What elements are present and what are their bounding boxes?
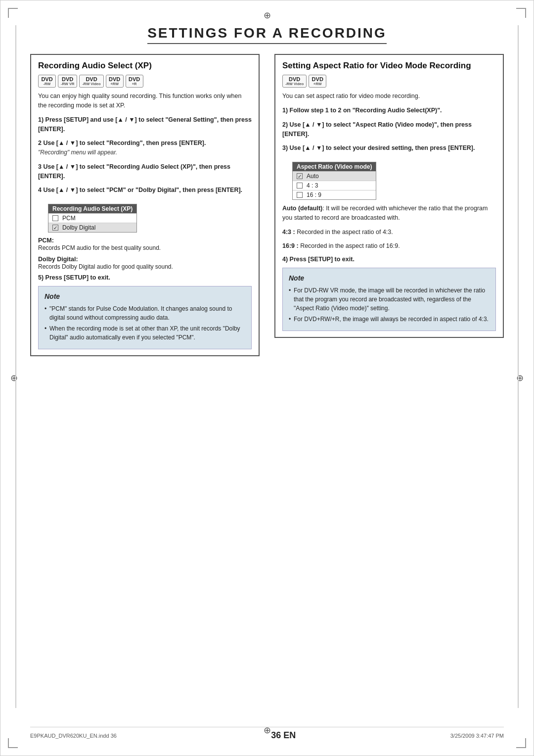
left-step-2-sub: "Recording" menu will appear. bbox=[38, 149, 117, 156]
dolby-label-section: Dolby Digital: Records Dolby Digital aud… bbox=[38, 255, 252, 271]
dolby-title: Dolby Digital: bbox=[38, 256, 78, 263]
43-checkbox bbox=[297, 183, 303, 189]
table-row-4-3: 4 : 3 bbox=[293, 181, 376, 190]
aspect-ratio-table-header: Aspect Ratio (Video mode) bbox=[293, 162, 376, 171]
right-dvd-logos: DVD -RW Video DVD +RW bbox=[282, 75, 496, 88]
page-title: SETTINGS FOR A RECORDING bbox=[147, 25, 387, 44]
left-intro-text: You can enjoy high quality sound recordi… bbox=[38, 92, 252, 110]
table-row-16-9: 16 : 9 bbox=[293, 190, 376, 199]
right-note-item-2: For DVD+RW/+R, the image will always be … bbox=[289, 315, 490, 324]
side-line-left bbox=[15, 25, 16, 708]
corner-mark-tl bbox=[8, 8, 18, 18]
43-label: 4 : 3 bbox=[307, 182, 318, 189]
page-number: 36 EN bbox=[271, 730, 296, 741]
dvd-badge-rw: DVD -RW bbox=[38, 75, 56, 88]
side-line-right bbox=[518, 25, 519, 708]
two-column-layout: Recording Audio Select (XP) DVD -RW DVD … bbox=[30, 54, 504, 356]
date-info: 3/25/2009 3:47:47 PM bbox=[450, 733, 504, 739]
recording-audio-table-header: Recording Audio Select (XP) bbox=[48, 204, 136, 213]
pcm-label: PCM bbox=[62, 215, 76, 222]
corner-mark-tr bbox=[516, 8, 526, 18]
right-note-box: Note For DVD-RW VR mode, the image will … bbox=[282, 268, 496, 331]
dvd-badge-rw-video: DVD -RW Video bbox=[79, 75, 103, 88]
pcm-checkbox bbox=[52, 215, 58, 221]
right-step-3: 3) Use [▲ / ▼] to select your desired se… bbox=[282, 143, 496, 153]
left-note-item-1: "PCM" stands for Pulse Code Modulation. … bbox=[44, 304, 245, 322]
dolby-label: Dolby Digital bbox=[62, 224, 95, 231]
pcm-title: PCM: bbox=[38, 237, 54, 244]
table-row-pcm: PCM bbox=[48, 213, 136, 223]
left-step-4: 4 Use [▲ / ▼] to select "PCM" or "Dolby … bbox=[38, 186, 252, 195]
pcm-label-section: PCM: Records PCM audio for the best qual… bbox=[38, 236, 252, 252]
left-press-setup: 5) Press [SETUP] to exit. bbox=[38, 274, 252, 281]
right-dvd-badge-plus-rw: DVD +RW bbox=[309, 75, 326, 88]
left-section: Recording Audio Select (XP) DVD -RW DVD … bbox=[30, 54, 260, 356]
right-4-3-desc: 4:3 : Recorded in the aspect ratio of 4:… bbox=[282, 228, 496, 237]
dvd-badge-plus-rw: DVD +RW bbox=[106, 75, 124, 88]
file-info: E9PKAUD_DVR620KU_EN.indd 36 bbox=[30, 733, 117, 739]
page: ⊕ ⊕ ⊕ ⊕ SETTINGS FOR A RECORDING Recordi… bbox=[0, 0, 534, 756]
table-row-auto: Auto bbox=[293, 171, 376, 181]
auto-checkbox bbox=[297, 173, 303, 179]
right-press-setup: 4) Press [SETUP] to exit. bbox=[282, 256, 496, 263]
pcm-desc: Records PCM audio for the best quality s… bbox=[38, 244, 161, 251]
right-note-title: Note bbox=[289, 273, 490, 284]
left-step-2: 2 Use [▲ / ▼] to select "Recording", the… bbox=[38, 139, 252, 157]
auto-label: Auto bbox=[307, 173, 319, 180]
target-top-icon: ⊕ bbox=[262, 10, 272, 20]
left-dvd-logos: DVD -RW DVD -RW VR DVD -RW Video DVD +RW… bbox=[38, 75, 252, 88]
right-note-item-1: For DVD-RW VR mode, the image will be re… bbox=[289, 286, 490, 313]
left-note-box: Note "PCM" stands for Pulse Code Modulat… bbox=[38, 286, 252, 349]
aspect-ratio-table: Aspect Ratio (Video mode) Auto 4 : 3 16 … bbox=[292, 162, 376, 200]
recording-audio-table: Recording Audio Select (XP) PCM Dolby Di… bbox=[48, 204, 137, 233]
dvd-badge-plus-r: DVD +R bbox=[126, 75, 143, 88]
dolby-desc: Records Dolby Digital audio for good qua… bbox=[38, 263, 173, 270]
corner-mark-bl bbox=[8, 738, 18, 748]
right-auto-desc: Auto (default): It will be recorded with… bbox=[282, 204, 496, 223]
page-title-container: SETTINGS FOR A RECORDING bbox=[30, 25, 504, 44]
169-checkbox bbox=[297, 192, 303, 198]
target-left-icon: ⊕ bbox=[10, 373, 18, 383]
right-section-title: Setting Aspect Ratio for Video Mode Reco… bbox=[282, 61, 496, 71]
dvd-badge-rw-vr: DVD -RW VR bbox=[58, 75, 77, 88]
right-step-1: 1) Follow step 1 to 2 on "Recording Audi… bbox=[282, 106, 496, 115]
right-intro-text: You can set aspect ratio for video mode … bbox=[282, 92, 496, 101]
169-label: 16 : 9 bbox=[307, 191, 321, 198]
corner-mark-br bbox=[516, 738, 526, 748]
right-step-2: 2) Use [▲ / ▼] to select "Aspect Ratio (… bbox=[282, 120, 496, 139]
right-16-9-desc: 16:9 : Recorded in the aspect ratio of 1… bbox=[282, 241, 496, 251]
left-step-3: 3 Use [▲ / ▼] to select "Recording Audio… bbox=[38, 162, 252, 181]
left-note-title: Note bbox=[44, 291, 245, 302]
left-note-item-2: When the recording mode is set at other … bbox=[44, 324, 245, 342]
dolby-checkbox bbox=[52, 225, 58, 231]
table-row-dolby: Dolby Digital bbox=[48, 223, 136, 232]
left-step-1: 1) Press [SETUP] and use [▲ / ▼] to sele… bbox=[38, 115, 252, 134]
left-section-title: Recording Audio Select (XP) bbox=[38, 61, 252, 71]
right-section: Setting Aspect Ratio for Video Mode Reco… bbox=[274, 54, 504, 338]
bottom-bar: E9PKAUD_DVR620KU_EN.indd 36 36 EN 3/25/2… bbox=[30, 727, 504, 741]
right-dvd-badge-rw-video: DVD -RW Video bbox=[282, 75, 307, 88]
